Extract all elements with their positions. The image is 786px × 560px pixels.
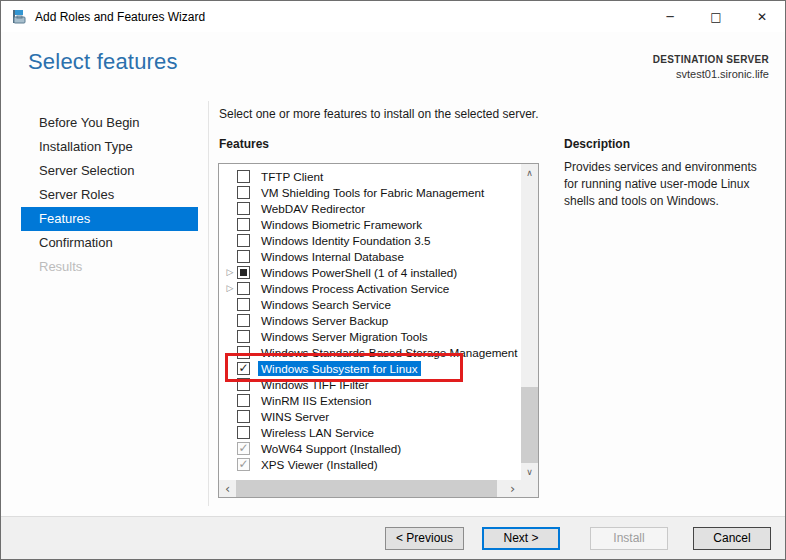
feature-label: Windows Subsystem for Linux [258, 361, 421, 376]
destination-server-name: svtest01.sironic.life [653, 68, 769, 80]
feature-row-webdav-redirector[interactable]: WebDAV Redirector [219, 200, 521, 216]
feature-row-vm-shielding-tools-for-fabric-management[interactable]: VM Shielding Tools for Fabric Management [219, 184, 521, 200]
window-title: Add Roles and Features Wizard [35, 10, 205, 24]
sidebar-divider [208, 101, 209, 506]
feature-label: VM Shielding Tools for Fabric Management [258, 185, 487, 200]
checkbox-unchecked[interactable] [237, 250, 250, 263]
checkbox-unchecked[interactable] [237, 218, 250, 231]
checkbox-unchecked[interactable] [237, 234, 250, 247]
window-controls: ─ □ ✕ [647, 1, 785, 32]
feature-row-windows-server-migration-tools[interactable]: Windows Server Migration Tools [219, 328, 521, 344]
feature-label: WebDAV Redirector [258, 201, 368, 216]
feature-row-windows-powershell-1-of-4-installed[interactable]: ▷Windows PowerShell (1 of 4 installed) [219, 264, 521, 280]
feature-row-xps-viewer-installed[interactable]: ✓XPS Viewer (Installed) [219, 456, 521, 472]
destination-server-label: DESTINATION SERVER [653, 54, 769, 65]
scroll-left-icon[interactable]: ‹ [219, 480, 236, 497]
checkbox-unchecked[interactable] [237, 426, 250, 439]
sidebar-item-confirmation[interactable]: Confirmation [21, 231, 198, 255]
sidebar-item-server-selection[interactable]: Server Selection [21, 159, 198, 183]
feature-label: TFTP Client [258, 169, 326, 184]
feature-row-wow64-support-installed[interactable]: ✓WoW64 Support (Installed) [219, 440, 521, 456]
wizard-window: Add Roles and Features Wizard ─ □ ✕ Sele… [0, 0, 786, 560]
feature-label: Windows Biometric Framework [258, 217, 425, 232]
sidebar-nav: Before You BeginInstallation TypeServer … [21, 111, 198, 279]
checkbox-checked-disabled: ✓ [237, 442, 250, 455]
features-listbox: TFTP ClientVM Shielding Tools for Fabric… [218, 163, 539, 498]
checkbox-checked[interactable]: ✓ [237, 362, 250, 375]
feature-row-windows-identity-foundation-3-5[interactable]: Windows Identity Foundation 3.5 [219, 232, 521, 248]
feature-row-windows-biometric-framework[interactable]: Windows Biometric Framework [219, 216, 521, 232]
feature-row-wins-server[interactable]: WINS Server [219, 408, 521, 424]
feature-label: Windows Search Service [258, 297, 394, 312]
close-icon[interactable]: ✕ [739, 1, 785, 32]
sidebar-item-before-you-begin[interactable]: Before You Begin [21, 111, 198, 135]
page-title: Select features [28, 49, 178, 75]
feature-label: Windows Server Backup [258, 313, 391, 328]
previous-button[interactable]: < Previous [385, 527, 464, 550]
checkbox-unchecked[interactable] [237, 282, 250, 295]
vertical-scroll-thumb[interactable] [521, 387, 538, 463]
feature-label: XPS Viewer (Installed) [258, 457, 381, 472]
sidebar-item-server-roles[interactable]: Server Roles [21, 183, 198, 207]
feature-label: WinRM IIS Extension [258, 393, 374, 408]
feature-label: Wireless LAN Service [258, 425, 377, 440]
checkbox-unchecked[interactable] [237, 298, 250, 311]
cancel-button[interactable]: Cancel [693, 527, 771, 550]
checkbox-unchecked[interactable] [237, 378, 250, 391]
scrollbar-corner [521, 480, 538, 497]
sidebar-item-results: Results [21, 255, 198, 279]
install-button: Install [590, 527, 668, 550]
feature-row-windows-process-activation-service[interactable]: ▷Windows Process Activation Service [219, 280, 521, 296]
feature-row-tftp-client[interactable]: TFTP Client [219, 168, 521, 184]
instruction-text: Select one or more features to install o… [219, 107, 539, 121]
feature-row-windows-internal-database[interactable]: Windows Internal Database [219, 248, 521, 264]
checkbox-unchecked[interactable] [237, 202, 250, 215]
feature-label: Windows Identity Foundation 3.5 [258, 233, 434, 248]
sidebar-item-installation-type[interactable]: Installation Type [21, 135, 198, 159]
feature-label: WoW64 Support (Installed) [258, 441, 404, 456]
scroll-right-icon[interactable]: › [504, 480, 521, 497]
wizard-icon [11, 9, 27, 25]
checkbox-unchecked[interactable] [237, 346, 250, 359]
feature-row-wireless-lan-service[interactable]: Wireless LAN Service [219, 424, 521, 440]
checkbox-unchecked[interactable] [237, 170, 250, 183]
feature-row-windows-subsystem-for-linux[interactable]: ✓Windows Subsystem for Linux [219, 360, 521, 376]
feature-label: WINS Server [258, 409, 332, 424]
features-list-label: Features [219, 137, 269, 151]
features-rows: TFTP ClientVM Shielding Tools for Fabric… [219, 164, 521, 480]
checkbox-checked-disabled: ✓ [237, 458, 250, 471]
feature-label: Windows Standards-Based Storage Manageme… [258, 345, 521, 360]
sidebar-item-features[interactable]: Features [21, 207, 198, 231]
horizontal-scroll-thumb[interactable] [236, 480, 497, 497]
feature-row-windows-search-service[interactable]: Windows Search Service [219, 296, 521, 312]
checkbox-unchecked[interactable] [237, 314, 250, 327]
horizontal-scrollbar[interactable]: ‹ › [219, 480, 521, 497]
checkbox-unchecked[interactable] [237, 186, 250, 199]
feature-label: Windows Internal Database [258, 249, 407, 264]
partial-check-square [240, 269, 247, 276]
feature-row-windows-tiff-ifilter[interactable]: Windows TIFF IFilter [219, 376, 521, 392]
maximize-icon[interactable]: □ [693, 1, 739, 32]
feature-row-winrm-iis-extension[interactable]: WinRM IIS Extension [219, 392, 521, 408]
checkbox-unchecked[interactable] [237, 394, 250, 407]
description-title: Description [564, 137, 630, 151]
destination-server-block: DESTINATION SERVER svtest01.sironic.life [653, 54, 769, 80]
checkbox-unchecked[interactable] [237, 410, 250, 423]
next-button[interactable]: Next > [482, 527, 560, 550]
feature-row-windows-server-backup[interactable]: Windows Server Backup [219, 312, 521, 328]
scroll-up-icon[interactable]: ∧ [521, 164, 538, 181]
expand-arrow-icon[interactable]: ▷ [223, 267, 237, 277]
feature-label: Windows Process Activation Service [258, 281, 452, 296]
feature-label: Windows PowerShell (1 of 4 installed) [258, 265, 460, 280]
description-text: Provides services and environments for r… [564, 159, 774, 210]
footer-button-bar: < PreviousNext >InstallCancel [1, 516, 785, 559]
feature-label: Windows TIFF IFilter [258, 377, 372, 392]
scroll-down-icon[interactable]: ∨ [521, 463, 538, 480]
vertical-scrollbar[interactable]: ∧ ∨ [521, 164, 538, 480]
expand-arrow-icon[interactable]: ▷ [223, 283, 237, 293]
minimize-icon[interactable]: ─ [647, 1, 693, 32]
feature-label: Windows Server Migration Tools [258, 329, 431, 344]
checkbox-partial[interactable] [237, 266, 250, 279]
checkbox-unchecked[interactable] [237, 330, 250, 343]
feature-row-windows-standards-based-storage-management[interactable]: Windows Standards-Based Storage Manageme… [219, 344, 521, 360]
